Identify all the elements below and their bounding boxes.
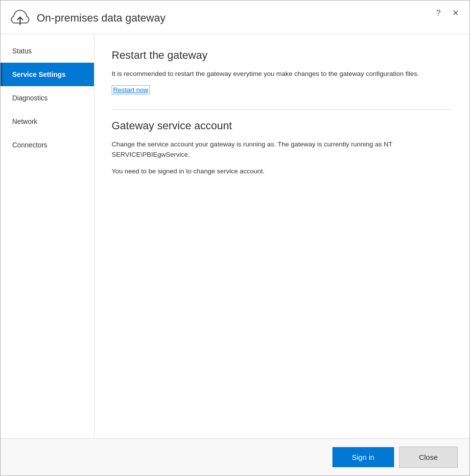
main-content: Restart the gateway It is recommended to… — [94, 34, 470, 438]
sidebar-item-service-settings[interactable]: Service Settings — [0, 63, 94, 86]
restart-now-link[interactable]: Restart now — [112, 85, 150, 95]
account-section-title: Gateway service account — [112, 119, 452, 132]
sign-in-button[interactable]: Sign in — [332, 447, 394, 467]
main-window: On-premises data gateway ? ✕ Status Serv… — [0, 0, 470, 476]
content-area: Status Service Settings Diagnostics Netw… — [0, 34, 470, 438]
section-divider — [112, 109, 452, 110]
restart-section-title: Restart the gateway — [112, 49, 452, 62]
help-button[interactable]: ? — [433, 7, 444, 19]
sidebar-item-status[interactable]: Status — [0, 39, 94, 63]
sidebar: Status Service Settings Diagnostics Netw… — [0, 34, 94, 438]
account-description-2: You need to be signed in to change servi… — [112, 166, 452, 177]
titlebar-controls: ? ✕ — [433, 7, 462, 19]
restart-section: Restart the gateway It is recommended to… — [112, 49, 452, 95]
sidebar-item-network[interactable]: Network — [0, 110, 94, 133]
restart-description: It is recommended to restart the gateway… — [112, 69, 452, 79]
account-section: Gateway service account Change the servi… — [112, 119, 452, 177]
sidebar-item-diagnostics[interactable]: Diagnostics — [0, 86, 94, 110]
account-description-1: Change the service account your gateway … — [112, 139, 452, 160]
close-button[interactable]: Close — [399, 447, 458, 468]
sidebar-item-connectors[interactable]: Connectors — [0, 133, 94, 157]
footer: Sign in Close — [0, 438, 470, 476]
close-window-button[interactable]: ✕ — [449, 7, 462, 19]
titlebar: On-premises data gateway ? ✕ — [0, 0, 470, 34]
gateway-icon — [10, 8, 30, 28]
window-title: On-premises data gateway — [37, 12, 165, 24]
